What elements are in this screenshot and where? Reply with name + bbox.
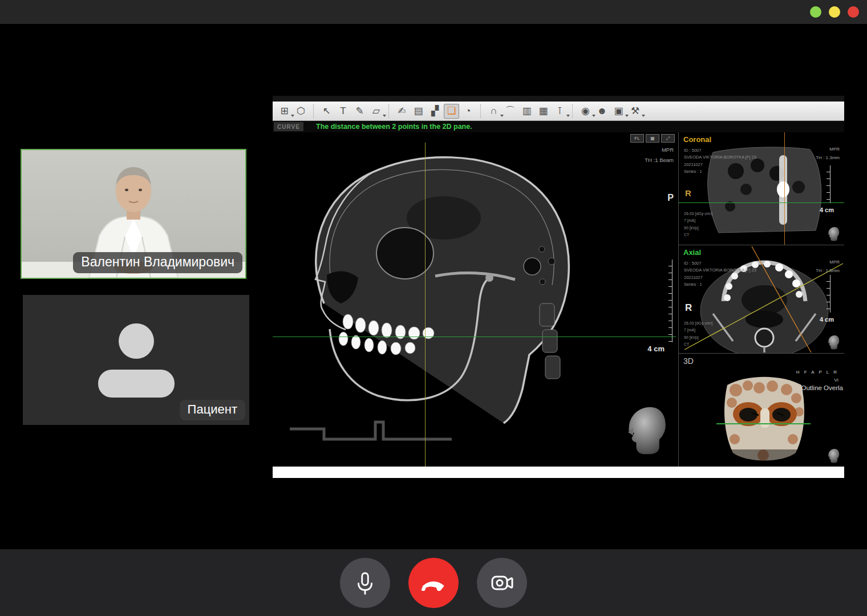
pencil-tool-icon[interactable]: ✎ — [352, 104, 367, 119]
patient-name-label: Пациент — [180, 400, 245, 420]
dropdown-caret-icon — [383, 115, 386, 117]
coronal-right-marker: R — [685, 188, 691, 198]
toolbar-separator — [572, 104, 573, 118]
toolbar-separator — [388, 104, 390, 118]
call-controls-bar — [0, 549, 867, 616]
volume-clip-line[interactable] — [716, 423, 811, 424]
viewer-statusbar: CURVE The distance between 2 points in t… — [273, 121, 844, 132]
expand-button[interactable]: ⤢ — [661, 134, 675, 143]
sagittal-pane[interactable]: FL ▦ ⤢ MPR TH :1 Beam P 4 cm — [273, 132, 679, 467]
coronal-scale-label: 4 cm — [820, 206, 834, 213]
patient-info-icon[interactable]: ☻ — [594, 104, 610, 119]
grid-3d-icon[interactable]: ⊞ — [277, 104, 292, 119]
window-controls — [810, 6, 859, 18]
outline-overlay-label[interactable]: Outline Overla — [801, 384, 843, 391]
screen-share-view: ⊞⬡↖T✎▱✍▤▞❏◔∩⌒▥▦⊺◉☻▣⚒ CURVE The distance … — [273, 96, 844, 478]
volume-render-icon[interactable]: ⬡ — [293, 104, 309, 119]
arc-measure-icon[interactable]: ∩ — [486, 104, 501, 119]
axial-dose-info: 26.03 [dGy·cm²] 7 [mA] 90 [kVp] CT — [684, 320, 712, 348]
image-adjust-icon[interactable]: ▤ — [411, 104, 426, 119]
sagittal-meta: MPR TH :1 Beam — [645, 145, 674, 165]
axial-right-marker: R — [685, 302, 692, 314]
camera-button[interactable] — [477, 558, 527, 608]
axial-modality-block: MPR TH : 1.5mm — [816, 258, 840, 275]
video-call-window: { "window": { "traffic_lights": {"green"… — [0, 0, 867, 616]
crosshair-vertical-line[interactable] — [425, 143, 426, 467]
axial-pane[interactable]: Axial ID : 5007 SVEODA VIKTORIA BOROTKA … — [679, 245, 844, 354]
shared-app-top-edge — [273, 96, 844, 102]
sagittal-head-orientation-icon[interactable] — [625, 405, 667, 455]
volume-head-orientation-icon[interactable] — [827, 448, 840, 463]
overlay-icon[interactable]: ❏ — [444, 104, 459, 119]
window-minimize-button[interactable] — [810, 6, 821, 18]
coronal-dose-info: 26.03 [dGy·cm²] 7 [mA] 90 [kVp] CT — [684, 210, 712, 239]
posterior-orientation-marker: P — [667, 193, 674, 203]
axial-title: Axial — [683, 248, 701, 257]
coronal-axis-horizontal-line[interactable] — [679, 202, 844, 203]
coronal-axis-vertical-line[interactable] — [784, 132, 785, 245]
volume-3d-title: 3D — [683, 356, 694, 366]
coronal-scale-ruler — [825, 165, 830, 203]
sagittal-ct-image — [273, 132, 679, 467]
sagittal-scale-ruler — [667, 260, 672, 342]
doctor-name-label: Валентин Владимирович — [73, 252, 242, 273]
flip-button[interactable]: FL — [630, 134, 644, 143]
dropdown-caret-icon — [566, 115, 570, 117]
coronal-head-orientation-icon[interactable] — [827, 226, 840, 241]
coronal-modality-block: MPR TH : 1.3mm — [816, 145, 840, 162]
window-restore-button[interactable] — [829, 6, 840, 18]
coronal-meta: ID : 5007 SVEODA VIKTORIA BOROTKA [F] 23… — [684, 147, 756, 176]
cursor-icon[interactable]: ↖ — [319, 104, 334, 119]
volume-3d-pane[interactable]: 3D H F A P L R VI Outline Overla — [679, 354, 844, 467]
settings-icon[interactable]: ⚒ — [627, 104, 643, 119]
window-titlebar — [0, 0, 867, 24]
dropdown-caret-icon — [642, 115, 645, 117]
report-edit-icon[interactable]: ✍ — [394, 104, 410, 119]
microphone-icon — [352, 570, 378, 596]
layout-icon[interactable]: ▣ — [611, 104, 626, 119]
status-message: The distance between 2 points in the 2D … — [316, 123, 472, 131]
toolbar-separator — [313, 104, 314, 118]
axial-scale-label: 4 cm — [820, 316, 834, 323]
microphone-button[interactable] — [340, 558, 390, 608]
implant-icon[interactable]: ⊺ — [552, 104, 568, 119]
volume-view-label: VI — [834, 378, 838, 383]
end-call-button[interactable] — [408, 558, 459, 608]
toolbar-separator — [480, 104, 481, 118]
histogram-icon[interactable]: ▞ — [427, 104, 443, 119]
viewer-toolbar: ⊞⬡↖T✎▱✍▤▞❏◔∩⌒▥▦⊺◉☻▣⚒ — [273, 102, 844, 121]
axial-meta: ID : 5007 SVEODA VIKTORIA BOROTKA [F] 23… — [684, 260, 756, 289]
sagittal-pane-buttons: FL ▦ ⤢ — [630, 134, 675, 143]
doctor-video-tile[interactable]: Валентин Владимирович — [21, 149, 246, 279]
patient-video-tile[interactable]: Пациент — [23, 295, 249, 425]
coronal-pane[interactable]: Coronal ID : 5007 SVEODA VIKTORIA BOROTK… — [679, 132, 844, 245]
shared-app-bottom-bar — [273, 467, 844, 478]
crosshair-horizontal-line[interactable] — [273, 337, 676, 337]
shapes-tool-icon[interactable]: ▱ — [368, 104, 384, 119]
axial-head-orientation-icon[interactable] — [827, 335, 840, 350]
capture-icon[interactable]: ◉ — [578, 104, 593, 119]
sagittal-thickness: TH :1 Beam — [645, 155, 674, 165]
curve-mode-chip[interactable]: CURVE — [274, 122, 303, 131]
viewer-grid: FL ▦ ⤢ MPR TH :1 Beam P 4 cm — [273, 132, 844, 467]
camera-icon — [488, 569, 516, 597]
panorama-icon[interactable]: ▥ — [519, 104, 534, 119]
arch-curve-icon[interactable]: ⌒ — [503, 104, 518, 119]
window-close-button[interactable] — [848, 6, 859, 18]
patient-avatar-body — [98, 370, 175, 398]
volume-orientation-letters: H F A P L R — [796, 370, 838, 375]
axial-scale-ruler — [825, 275, 830, 313]
coronal-title: Coronal — [683, 135, 711, 144]
end-call-icon — [419, 569, 448, 597]
grid-button[interactable]: ▦ — [646, 134, 659, 143]
sagittal-modality: MPR — [645, 145, 674, 155]
cross-section-icon[interactable]: ▦ — [536, 104, 551, 119]
patient-avatar-head — [119, 323, 154, 359]
text-tool-icon[interactable]: T — [335, 104, 351, 119]
sagittal-scale-label: 4 cm — [647, 345, 665, 353]
history-icon[interactable]: ◔ — [460, 104, 476, 119]
